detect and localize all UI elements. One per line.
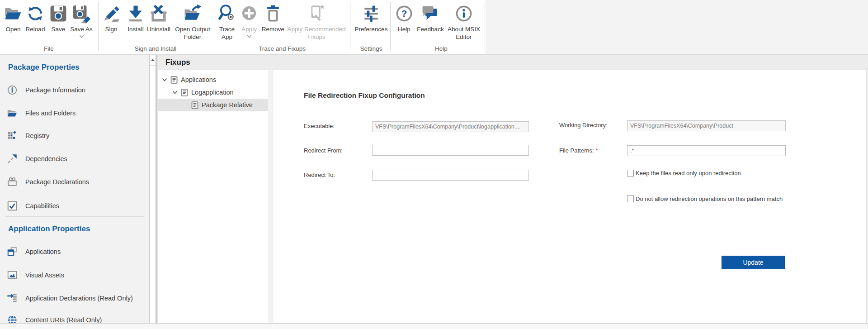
chevron-down-icon[interactable] — [172, 91, 179, 94]
sidebar-item-label: Visual Assets — [25, 272, 64, 279]
input-redirect-to[interactable] — [372, 170, 529, 181]
ribbon-button-label: Preferences — [355, 25, 388, 33]
list-arrow-icon — [7, 293, 18, 304]
update-button[interactable]: Update — [722, 256, 785, 269]
sidebar-item-registry[interactable]: Registry — [0, 129, 149, 143]
input-working-directory: VFS\ProgramFilesX64\Company\Product — [627, 120, 786, 131]
sidebar-item-package-information[interactable]: Package Information — [0, 83, 149, 97]
document-icon — [170, 76, 178, 84]
trace-app-icon — [217, 4, 237, 24]
ribbon-button-label: Reload — [26, 25, 45, 33]
ribbon-group-label-help: Help — [435, 45, 448, 52]
chevron-down-icon — [79, 34, 84, 38]
ribbon-button-trace-app[interactable]: TraceApp — [214, 4, 240, 41]
page-title: Fixups — [158, 58, 190, 67]
chevron-down-icon[interactable] — [162, 78, 168, 81]
field-label-redirect-from: Redirect From: — [304, 146, 343, 155]
bottom-strip — [0, 323, 868, 329]
ribbon-button-label: Help — [398, 25, 410, 33]
ribbon-button-label: Open OutputFolder — [175, 25, 210, 41]
scroll-up-button[interactable] — [150, 55, 156, 66]
sidebar-heading-package-properties: Package Properties — [8, 63, 80, 72]
field-label-executable: Executable: — [304, 122, 335, 131]
tree-item-label: Logapplication — [191, 89, 234, 96]
open-output-folder-icon — [183, 4, 203, 24]
sign-icon — [101, 4, 121, 24]
ribbon-button-open-output-folder[interactable]: Open OutputFolder — [169, 4, 216, 41]
tree-item-package-relative[interactable]: Package Relative — [158, 99, 268, 111]
about-msix-editor-icon — [454, 4, 474, 24]
folder-icon — [7, 108, 18, 119]
sidebar-item-label: Package Information — [25, 86, 85, 94]
ribbon-button-label: About MSIXEditor — [448, 25, 480, 41]
sidebar-heading-application-properties: Application Properties — [8, 224, 90, 234]
ribbon-group-label-file: File — [44, 45, 54, 52]
ribbon-button-reload[interactable]: Reload — [22, 4, 49, 33]
document-icon — [191, 101, 198, 109]
sidebar-item-label: Files and Folders — [25, 110, 75, 117]
ribbon-button-preferences[interactable]: Preferences — [349, 4, 393, 33]
ribbon-group-label-sign-and-install: Sign and Install — [135, 45, 176, 52]
input-executable: VFS\ProgramFilesX64\Company\Product\loga… — [372, 121, 529, 132]
tree-item-logapplication[interactable]: Logapplication — [158, 86, 268, 99]
open-folder-icon — [3, 4, 23, 24]
ribbon-button-label: Open — [5, 25, 20, 33]
uninstall-icon — [149, 4, 169, 24]
checkbox-keep-the-files-read-only-upon-redirection[interactable] — [627, 170, 634, 176]
sidebar-item-application-declarations-read-only[interactable]: Application Declarations (Read Only) — [0, 291, 149, 305]
checkbox-label: Keep the files read only upon redirectio… — [636, 169, 741, 178]
ribbon-button-label: Sign — [105, 25, 117, 33]
checkbox-label: Do not allow redirection operations on t… — [636, 195, 783, 204]
sidebar-scrollbar[interactable] — [149, 55, 156, 323]
ribbon-button-label: Apply — [241, 25, 257, 33]
ribbon-button-save-as[interactable]: Save As — [66, 4, 97, 38]
sidebar-item-package-declarations[interactable]: Package Declarations — [0, 175, 149, 189]
ribbon-group-label-settings: Settings — [360, 45, 382, 52]
ribbon-button-label: Save — [52, 25, 66, 33]
tree-item-applications[interactable]: Applications — [158, 73, 268, 86]
fixups-header: Fixups — [158, 55, 868, 70]
ribbon-button-label: TraceApp — [219, 25, 235, 41]
apply-icon — [239, 4, 259, 24]
ribbon-button-sign[interactable]: Sign — [99, 4, 123, 33]
document-icon — [181, 89, 188, 96]
field-label-file-patterns: File Patterns:* — [559, 146, 598, 155]
ribbon-group-separator — [485, 2, 485, 51]
sidebar-item-label: Dependencies — [25, 155, 67, 162]
remove-icon — [263, 4, 283, 24]
input-redirect-from[interactable] — [372, 145, 529, 156]
up-arrow-icon — [151, 59, 155, 61]
sidebar-item-label: Package Declarations — [25, 178, 89, 186]
sidebar-item-label: Capabilities — [25, 202, 59, 210]
sidebar: Package PropertiesPackage InformationFil… — [0, 55, 149, 323]
ribbon-group-label-trace-and-fixups: Trace and Fixups — [259, 45, 306, 52]
ribbon-button-about-msix-editor[interactable]: About MSIXEditor — [441, 4, 486, 41]
apply-recommended-fixups-icon — [307, 4, 326, 24]
fixups-tree: ApplicationsLogapplicationPackage Relati… — [158, 70, 268, 323]
form-title: File Redirection Fixup Configuration — [304, 91, 425, 100]
sidebar-item-dependencies[interactable]: Dependencies — [0, 152, 149, 166]
ribbon-button-apply-recommended-fixups[interactable]: Apply RecommendedFixups — [281, 4, 352, 41]
tree-item-label: Package Relative — [202, 101, 253, 109]
ribbon-button-label: Apply RecommendedFixups — [287, 25, 345, 41]
checkbox-check-icon — [7, 200, 18, 211]
ribbon-filler — [486, 0, 868, 54]
sidebar-item-capabilities[interactable]: Capabilities — [0, 199, 149, 213]
help-icon: ? — [394, 4, 414, 24]
sidebar-item-applications[interactable]: Applications — [0, 245, 149, 258]
dependencies-arrow-icon — [7, 153, 18, 164]
ribbon-button-help[interactable]: ?Help — [393, 4, 415, 33]
input-file-patterns[interactable]: .* — [627, 145, 786, 156]
fixup-configuration-panel: File Redirection Fixup Configuration Upd… — [274, 70, 867, 323]
reload-icon — [25, 4, 45, 24]
sidebar-item-label: Application Declarations (Read Only) — [25, 295, 133, 302]
sidebar-item-visual-assets[interactable]: Visual Assets — [0, 268, 149, 282]
ribbon-group-separator — [98, 2, 99, 51]
ribbon-button-label: Feedback — [417, 25, 443, 33]
sidebar-item-files-and-folders[interactable]: Files and Folders — [0, 106, 149, 120]
preferences-icon — [361, 4, 381, 24]
ribbon-toolbar: OpenReloadSaveSave AsFileSignInstallUnin… — [0, 0, 868, 55]
sidebar-item-label: Registry — [25, 132, 49, 139]
checkbox-do-not-allow-redirection-operations-on-this-pattern-match[interactable] — [627, 195, 634, 202]
chevron-down-icon — [247, 34, 252, 38]
